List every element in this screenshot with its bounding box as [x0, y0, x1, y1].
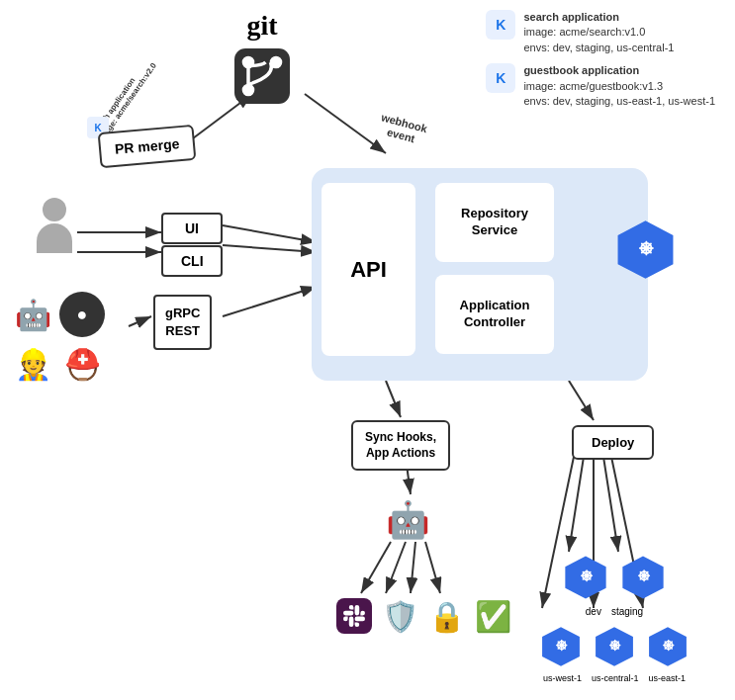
deploy-box: Deploy [572, 425, 654, 460]
k8s-useast-label: us-east-1 [649, 673, 687, 683]
integration-icons: 🛡️ 🔒 ✅ [336, 598, 511, 634]
repo-service-label: RepositoryService [461, 206, 528, 239]
git-icon [228, 42, 297, 111]
svg-line-14 [361, 542, 391, 593]
svg-text:⎈: ⎈ [556, 635, 568, 655]
app-info-panel: K search application image: acme/search:… [486, 10, 715, 117]
slack-icon [336, 598, 372, 634]
search-app-icon: K [486, 10, 515, 40]
sync-hooks-box: Sync Hooks, App Actions [351, 420, 450, 471]
webhook-event-label: webhook event [376, 111, 428, 148]
svg-line-4 [223, 245, 317, 252]
svg-line-19 [603, 457, 618, 552]
k8s-staging-icon: ⎈ [619, 554, 667, 601]
guestbook-app-details: guestbook application image: acme/guestb… [523, 63, 715, 109]
grpc-label: gRPC [165, 305, 200, 322]
circleci-icon: ● [59, 292, 105, 337]
sync-hooks-label-line1: Sync Hooks, [365, 430, 436, 446]
git-label: git [228, 10, 297, 42]
svg-line-15 [386, 542, 406, 593]
pr-merge-box: PR merge [98, 125, 197, 168]
cli-box: CLI [161, 245, 223, 277]
app-controller-label: ApplicationController [460, 298, 530, 331]
svg-line-8 [305, 94, 386, 153]
rest-label: REST [165, 322, 200, 340]
pr-merge-area: PR merge [99, 129, 195, 164]
search-app-details: search application image: acme/search:v1… [523, 10, 674, 55]
user-head [43, 198, 66, 221]
repository-service-box: RepositoryService [435, 183, 554, 262]
guestbook-app-envs: envs: dev, staging, us-east-1, us-west-1 [523, 94, 715, 109]
k8s-uscentral-label: us-central-1 [592, 673, 639, 683]
k8s-bottom-labels: us-west-1 us-central-1 us-east-1 [539, 673, 689, 683]
app-controller-box: ApplicationController [435, 275, 554, 354]
guestbook-app-icon: K [486, 63, 515, 93]
svg-line-17 [425, 542, 440, 593]
k8s-dev-icon: ⎈ [562, 554, 609, 601]
helm-icon: ⛑️ [59, 341, 105, 387]
search-app-item: K search application image: acme/search:… [486, 10, 715, 55]
svg-point-24 [242, 84, 253, 95]
api-box: API [322, 183, 415, 356]
health-shield-icon: 🛡️ [382, 599, 418, 634]
guestbook-app-name: guestbook application [523, 63, 715, 78]
k8s-staging-label: staging [611, 606, 643, 617]
k8s-top-labels: dev staging [539, 606, 689, 617]
svg-line-11 [569, 381, 594, 420]
k8s-top-row: ⎈ ⎈ [539, 554, 689, 601]
k8s-dev-label: dev [586, 606, 601, 617]
svg-line-6 [129, 316, 151, 326]
svg-text:⎈: ⎈ [639, 234, 654, 260]
k8s-bottom-row: ⎈ ⎈ ⎈ [539, 625, 689, 668]
lock-shield-icon: 🔒 [428, 599, 465, 634]
svg-line-10 [386, 381, 401, 417]
checklist-icon: ✅ [475, 599, 511, 634]
architecture-diagram: git K search application image: acme/sea… [0, 0, 735, 700]
svg-text:⎈: ⎈ [609, 635, 621, 655]
guestbook-app-item: K guestbook application image: acme/gues… [486, 63, 715, 109]
guestbook-app-image: image: acme/guestbook:v1.3 [523, 79, 715, 94]
svg-rect-23 [234, 48, 290, 104]
svg-line-16 [411, 542, 415, 593]
search-app-image: image: acme/search:v1.0 [523, 25, 674, 40]
svg-line-18 [569, 457, 584, 552]
k8s-uswest-icon: ⎈ [539, 625, 583, 668]
svg-line-3 [223, 225, 317, 242]
bot-icons: 🤖 ● 👷 ⛑️ [10, 292, 129, 387]
bot-orange-icon: 🤖 [10, 292, 55, 337]
sync-hooks-label-line2: App Actions [365, 446, 436, 462]
user-icon [30, 198, 79, 257]
k8s-main-svg: ⎈ [613, 218, 678, 282]
search-app-name: search application [523, 10, 674, 25]
k8s-uswest-label: us-west-1 [543, 673, 582, 683]
user-figure [30, 198, 79, 257]
user-body [37, 223, 72, 253]
k8s-uscentral-icon: ⎈ [593, 625, 636, 668]
svg-text:⎈: ⎈ [663, 635, 675, 655]
grpc-rest-box: gRPC REST [153, 295, 212, 350]
agent-robot-icon: 🤖 [386, 499, 430, 541]
k8s-useast-icon: ⎈ [646, 625, 689, 668]
git-logo: git [228, 10, 297, 114]
ui-box: UI [161, 213, 223, 244]
kubernetes-main-icon: ⎈ [613, 218, 678, 285]
jenkins-icon: 👷 [10, 341, 55, 387]
k8s-cluster: ⎈ ⎈ dev staging ⎈ ⎈ ⎈ [539, 554, 689, 683]
search-app-envs: envs: dev, staging, us-central-1 [523, 41, 674, 55]
svg-line-5 [223, 287, 317, 316]
